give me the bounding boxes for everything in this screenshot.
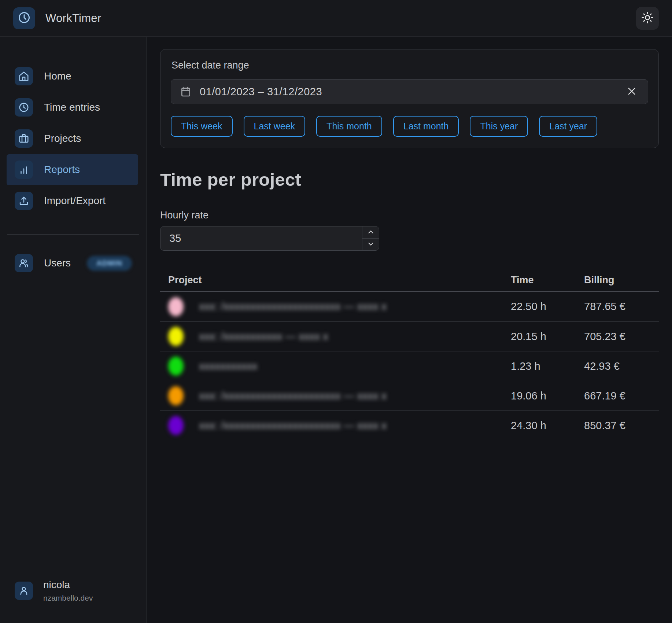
table-header: Project Time Billing [160, 269, 659, 292]
table-row[interactable]: xxx: /xxxxxxxxxxxxxxxxxxxxxx — xxxx x 24… [160, 410, 659, 440]
clock-icon [18, 11, 31, 26]
theme-toggle-button[interactable] [636, 7, 659, 30]
chevron-down-icon [367, 240, 375, 249]
table-body: xxx: /xxxxxxxxxxxxxxxxxxxxxx — xxxx x 22… [160, 292, 659, 440]
page-title: Time per project [160, 169, 659, 190]
column-header-time: Time [511, 274, 584, 286]
table-row[interactable]: xxx: /xxxxxxxxxxxxxxxxxxxxxx — xxxx x 19… [160, 381, 659, 410]
main-content: Select date range 01/01/2023 – 31/12/202… [147, 37, 672, 623]
this-month-button[interactable]: This month [316, 116, 382, 137]
chevron-up-icon [367, 228, 375, 237]
billing-cell: 42.93 € [584, 360, 659, 372]
worktimer-app: WorkTimer Home Time entries [0, 0, 672, 623]
time-cell: 19.06 h [511, 390, 584, 402]
user-domain: nzambello.dev [43, 594, 93, 602]
sidebar-item-label: Time entries [44, 102, 100, 113]
clock-icon [15, 98, 33, 117]
clear-date-button[interactable] [624, 83, 640, 100]
project-color-dot [168, 386, 184, 405]
time-cell: 22.50 h [511, 301, 584, 313]
project-color-dot [168, 416, 184, 435]
date-range-input[interactable]: 01/01/2023 – 31/12/2023 [171, 79, 648, 104]
users-icon [15, 254, 33, 272]
hourly-rate-label: Hourly rate [160, 210, 659, 221]
time-cell: 24.30 h [511, 420, 584, 432]
user-name: nicola [43, 579, 93, 591]
billing-cell: 850.37 € [584, 420, 659, 432]
sidebar: Home Time entries Projects Reports [0, 37, 147, 623]
project-name-blurred: xxx: /xxxxxxxxxxxxxxxxxxxxxx — xxxx x [199, 390, 387, 402]
project-name-blurred: xxxxxxxxxxx [199, 360, 258, 372]
sidebar-item-import-export[interactable]: Import/Export [0, 185, 146, 216]
project-name-blurred: xxx: /xxxxxxxxxxx — xxxx x [199, 331, 328, 343]
sidebar-item-label: Projects [44, 133, 81, 144]
project-name-blurred: xxx: /xxxxxxxxxxxxxxxxxxxxxx — xxxx x [199, 420, 387, 432]
quick-range-buttons: This week Last week This month Last mont… [171, 116, 648, 137]
app-logo [13, 7, 35, 29]
project-color-dot [168, 297, 184, 316]
project-color-dot [168, 357, 184, 376]
last-month-button[interactable]: Last month [393, 116, 459, 137]
column-header-billing: Billing [584, 274, 659, 286]
date-range-panel: Select date range 01/01/2023 – 31/12/202… [160, 49, 659, 148]
billing-cell: 787.65 € [584, 301, 659, 313]
date-range-label: Select date range [171, 60, 648, 71]
sidebar-item-home[interactable]: Home [0, 61, 146, 92]
billing-cell: 705.23 € [584, 331, 659, 343]
hourly-rate-value: 35 [160, 226, 362, 250]
sidebar-item-label: Users [44, 257, 71, 269]
billing-cell: 667.19 € [584, 390, 659, 402]
hourly-rate-stepper [362, 226, 379, 250]
close-icon [627, 86, 637, 97]
sidebar-item-time-entries[interactable]: Time entries [0, 92, 146, 123]
rate-increment-button[interactable] [362, 226, 379, 238]
bar-chart-icon [15, 161, 33, 179]
briefcase-icon [15, 129, 33, 148]
sidebar-item-reports[interactable]: Reports [7, 154, 138, 185]
topbar: WorkTimer [0, 0, 672, 37]
sidebar-divider [7, 234, 139, 235]
last-week-button[interactable]: Last week [244, 116, 306, 137]
project-color-dot [168, 327, 184, 346]
this-week-button[interactable]: This week [171, 116, 233, 137]
hourly-rate-input[interactable]: 35 [160, 226, 379, 251]
admin-role-badge: ADMIN [87, 256, 132, 271]
project-name-blurred: xxx: /xxxxxxxxxxxxxxxxxxxxxx — xxxx x [199, 301, 387, 313]
rate-decrement-button[interactable] [362, 238, 379, 250]
app-title: WorkTimer [45, 12, 101, 25]
sidebar-item-projects[interactable]: Projects [0, 123, 146, 154]
table-row[interactable]: xxx: /xxxxxxxxxxxxxxxxxxxxxx — xxxx x 22… [160, 292, 659, 321]
calendar-icon [180, 86, 192, 97]
table-row[interactable]: xxxxxxxxxxx 1.23 h 42.93 € [160, 351, 659, 381]
sidebar-item-label: Home [44, 70, 71, 82]
this-year-button[interactable]: This year [470, 116, 528, 137]
table-row[interactable]: xxx: /xxxxxxxxxxx — xxxx x 20.15 h 705.2… [160, 321, 659, 351]
column-header-project: Project [168, 274, 511, 286]
sidebar-item-users[interactable]: Users ADMIN [0, 248, 146, 279]
time-per-project-table: Project Time Billing xxx: /xxxxxxxxxxxxx… [160, 269, 659, 440]
time-cell: 20.15 h [511, 331, 584, 343]
sidebar-item-label: Reports [44, 164, 80, 176]
person-icon [15, 582, 33, 600]
upload-icon [15, 192, 33, 210]
sun-icon [641, 11, 654, 25]
date-range-value: 01/01/2023 – 31/12/2023 [200, 86, 322, 98]
time-cell: 1.23 h [511, 360, 584, 372]
home-icon [15, 67, 33, 85]
last-year-button[interactable]: Last year [539, 116, 597, 137]
current-user[interactable]: nicola nzambello.dev [0, 579, 146, 623]
sidebar-item-label: Import/Export [44, 195, 106, 207]
